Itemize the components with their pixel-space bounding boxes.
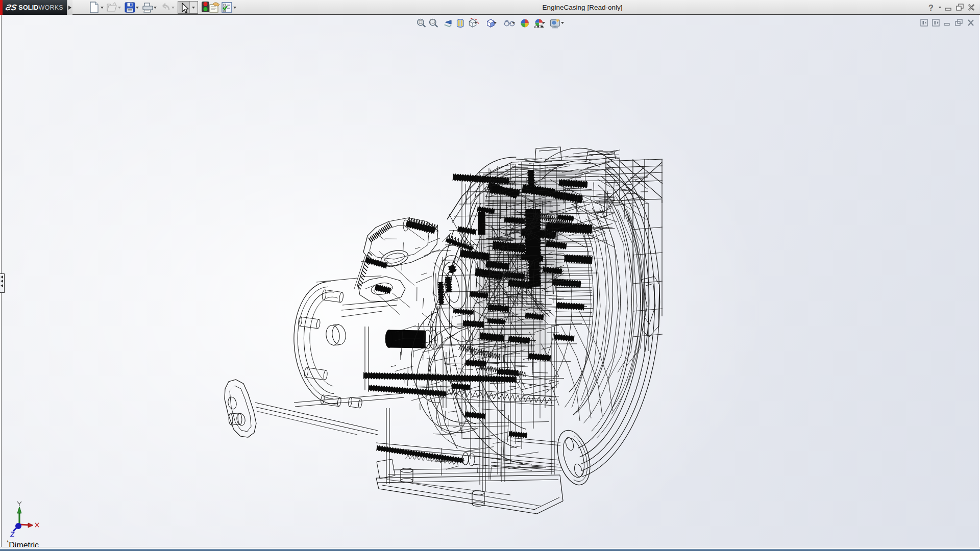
svg-text:?: ?: [928, 4, 934, 12]
